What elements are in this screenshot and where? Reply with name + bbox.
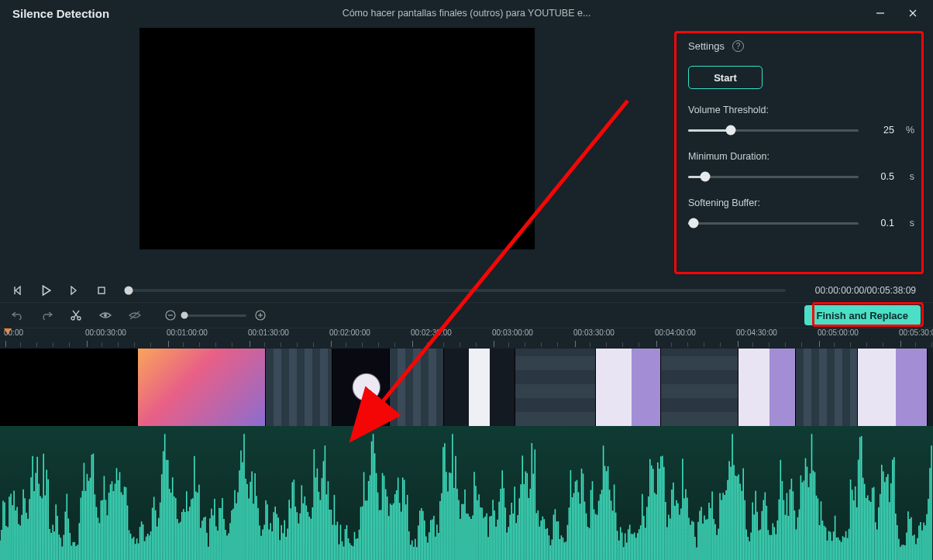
timeline-toolbar: Finish and Replace [0, 302, 933, 328]
scrubber[interactable] [129, 289, 786, 292]
next-frame-button[interactable] [68, 285, 79, 296]
volume-threshold-value: 25 [866, 125, 894, 136]
clip-thumbnail[interactable] [515, 349, 596, 426]
timecode-display: 00:00:00:00/00:05:38:09 [815, 285, 916, 296]
zoom-out-button[interactable] [164, 309, 177, 321]
ruler-label: 00:00:30:00 [85, 328, 126, 337]
ruler-label: 00:02:30:00 [411, 328, 452, 337]
play-pause-button[interactable] [40, 285, 51, 296]
softening-buffer-label: Softening Buffer: [688, 198, 914, 208]
timeline-ruler[interactable]: 00:0000:00:30:0000:01:00:0000:01:30:0000… [0, 328, 933, 349]
prev-frame-button[interactable] [12, 285, 23, 296]
clip-thumbnail[interactable] [444, 349, 515, 426]
clip-thumbnail[interactable] [596, 349, 661, 426]
help-icon[interactable]: ? [732, 40, 744, 52]
ruler-label: 00:05:00:00 [818, 328, 859, 337]
svg-marker-3 [15, 287, 20, 294]
zoom-slider[interactable] [184, 314, 246, 317]
app-title: Silence Detection [12, 7, 109, 20]
clip-thumbnail[interactable] [332, 349, 390, 426]
ruler-label: 00:03:30:00 [573, 328, 615, 337]
minimum-duration-label: Minimum Duration: [688, 151, 914, 162]
clip-thumbnail[interactable] [858, 349, 928, 426]
svg-rect-7 [98, 287, 105, 294]
clip-thumbnail[interactable] [138, 349, 266, 426]
minimum-duration-unit: s [902, 171, 914, 182]
ruler-label: 00:04:30:00 [736, 328, 777, 337]
cut-button[interactable] [70, 309, 82, 321]
title-bar: Silence Detection Cómo hacer pantallas f… [0, 0, 933, 26]
undo-button[interactable] [11, 309, 23, 321]
svg-point-12 [104, 314, 107, 317]
minimum-duration-value: 0.5 [866, 171, 894, 182]
close-button[interactable] [897, 2, 928, 24]
clip-thumbnail[interactable] [796, 349, 858, 426]
ruler-label: 00:01:00:00 [167, 328, 208, 337]
clip-thumbnail[interactable] [661, 349, 738, 426]
svg-marker-5 [43, 286, 50, 295]
settings-panel: Settings ? Start Volume Threshold: 25 % … [674, 26, 933, 279]
transport-bar: 00:00:00:00/00:05:38:09 [0, 279, 933, 302]
preview-hidden-icon[interactable] [129, 309, 141, 321]
redo-button[interactable] [40, 309, 53, 321]
start-button[interactable]: Start [688, 66, 763, 89]
preview-frame [139, 28, 535, 249]
clip-thumbnail[interactable] [738, 349, 796, 426]
finish-and-replace-button[interactable]: Finish and Replace [804, 305, 921, 325]
video-preview [0, 26, 674, 279]
softening-buffer-unit: s [902, 218, 914, 228]
audio-waveform[interactable] [0, 426, 933, 560]
stop-button[interactable] [96, 285, 107, 296]
minimum-duration-slider[interactable] [688, 171, 859, 182]
document-title: Cómo hacer pantallas finales (outros) pa… [343, 8, 591, 19]
clip-thumbnail[interactable] [0, 349, 138, 426]
zoom-in-button[interactable] [254, 309, 267, 321]
volume-threshold-slider[interactable] [688, 125, 859, 136]
ruler-label: 00:03:00:00 [492, 328, 533, 337]
ruler-label: 00:02:00:00 [329, 328, 370, 337]
svg-marker-6 [71, 287, 76, 294]
preview-visible-icon[interactable] [99, 309, 112, 321]
clip-thumbnail[interactable] [266, 349, 332, 426]
minimize-button[interactable] [865, 2, 896, 24]
softening-buffer-slider[interactable] [688, 218, 859, 228]
clip-thumbnail-strip[interactable] [0, 349, 933, 426]
ruler-label: 00:05:30:00 [899, 328, 933, 337]
volume-threshold-unit: % [902, 125, 914, 136]
ruler-label: 00:01:30:00 [248, 328, 289, 337]
clip-thumbnail[interactable] [390, 349, 444, 426]
softening-buffer-value: 0.1 [866, 218, 894, 228]
ruler-label: 00:04:00:00 [655, 328, 696, 337]
settings-heading: Settings [688, 40, 725, 52]
volume-threshold-label: Volume Threshold: [688, 105, 914, 115]
ruler-label: 00:00 [4, 328, 23, 337]
